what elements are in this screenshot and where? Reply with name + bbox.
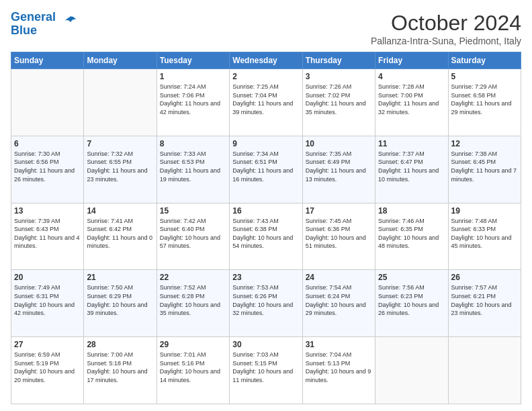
day-detail: Sunrise: 7:33 AMSunset: 6:53 PMDaylight:… — [160, 150, 226, 183]
day-number: 28 — [87, 340, 153, 349]
day-detail: Sunrise: 7:00 AMSunset: 5:18 PMDaylight:… — [87, 351, 153, 384]
table-row: 17Sunrise: 7:45 AMSunset: 6:36 PMDayligh… — [302, 203, 375, 270]
table-row: 2Sunrise: 7:25 AMSunset: 7:04 PMDaylight… — [230, 69, 302, 136]
table-row: 7Sunrise: 7:32 AMSunset: 6:55 PMDaylight… — [84, 136, 157, 203]
calendar-week-2: 6Sunrise: 7:30 AMSunset: 6:56 PMDaylight… — [11, 136, 521, 203]
day-detail: Sunrise: 7:49 AMSunset: 6:31 PMDaylight:… — [14, 283, 81, 317]
day-number: 31 — [306, 340, 372, 349]
col-tuesday: Tuesday — [157, 52, 229, 69]
month-title: October 2024 — [371, 11, 521, 36]
day-number: 1 — [160, 72, 226, 81]
table-row: 30Sunrise: 7:03 AMSunset: 5:15 PMDayligh… — [230, 337, 302, 404]
calendar-page: General Blue October 2024 Pallanza-Intra… — [0, 0, 532, 411]
day-number: 13 — [14, 206, 81, 216]
day-number: 7 — [87, 139, 153, 148]
table-row: 1Sunrise: 7:24 AMSunset: 7:06 PMDaylight… — [157, 69, 229, 136]
day-number: 5 — [451, 72, 518, 81]
day-detail: Sunrise: 7:57 AMSunset: 6:21 PMDaylight:… — [451, 283, 518, 317]
day-number: 9 — [232, 139, 299, 148]
logo: General Blue — [11, 11, 77, 38]
table-row: 28Sunrise: 7:00 AMSunset: 5:18 PMDayligh… — [84, 337, 157, 404]
col-wednesday: Wednesday — [230, 52, 302, 69]
day-number: 2 — [232, 72, 299, 81]
table-row: 9Sunrise: 7:34 AMSunset: 6:51 PMDaylight… — [230, 136, 302, 203]
table-row: 10Sunrise: 7:35 AMSunset: 6:49 PMDayligh… — [302, 136, 375, 203]
logo-text-line1: General — [11, 11, 56, 24]
day-detail: Sunrise: 7:32 AMSunset: 6:55 PMDaylight:… — [87, 150, 153, 183]
day-number: 6 — [14, 139, 81, 148]
day-number: 14 — [87, 206, 153, 216]
table-row — [375, 337, 448, 404]
table-row: 15Sunrise: 7:42 AMSunset: 6:40 PMDayligh… — [157, 203, 229, 270]
table-row: 3Sunrise: 7:26 AMSunset: 7:02 PMDaylight… — [302, 69, 375, 136]
col-monday: Monday — [84, 52, 157, 69]
day-number: 30 — [232, 340, 299, 349]
day-detail: Sunrise: 7:37 AMSunset: 6:47 PMDaylight:… — [378, 150, 445, 183]
day-detail: Sunrise: 7:30 AMSunset: 6:56 PMDaylight:… — [14, 150, 81, 183]
day-detail: Sunrise: 7:25 AMSunset: 7:04 PMDaylight:… — [232, 83, 299, 116]
day-number: 26 — [451, 273, 518, 282]
day-number: 12 — [451, 139, 518, 148]
table-row — [448, 337, 521, 404]
day-detail: Sunrise: 7:52 AMSunset: 6:28 PMDaylight:… — [160, 283, 226, 317]
day-number: 16 — [232, 206, 299, 216]
day-number: 3 — [306, 72, 372, 81]
table-row: 22Sunrise: 7:52 AMSunset: 6:28 PMDayligh… — [157, 270, 229, 337]
day-number: 20 — [14, 273, 81, 282]
day-detail: Sunrise: 7:56 AMSunset: 6:23 PMDaylight:… — [378, 283, 445, 317]
col-sunday: Sunday — [11, 52, 84, 69]
table-row: 23Sunrise: 7:53 AMSunset: 6:26 PMDayligh… — [230, 270, 302, 337]
day-number: 21 — [87, 273, 153, 282]
day-number: 4 — [378, 72, 445, 81]
day-detail: Sunrise: 7:43 AMSunset: 6:38 PMDaylight:… — [232, 217, 299, 250]
calendar-week-1: 1Sunrise: 7:24 AMSunset: 7:06 PMDaylight… — [11, 69, 521, 136]
day-number: 23 — [232, 273, 299, 282]
table-row: 20Sunrise: 7:49 AMSunset: 6:31 PMDayligh… — [11, 270, 84, 337]
day-number: 15 — [160, 206, 226, 216]
day-detail: Sunrise: 7:38 AMSunset: 6:45 PMDaylight:… — [451, 150, 518, 183]
day-detail: Sunrise: 7:48 AMSunset: 6:33 PMDaylight:… — [451, 217, 518, 250]
table-row: 4Sunrise: 7:28 AMSunset: 7:00 PMDaylight… — [375, 69, 448, 136]
table-row: 21Sunrise: 7:50 AMSunset: 6:29 PMDayligh… — [84, 270, 157, 337]
day-detail: Sunrise: 7:01 AMSunset: 5:16 PMDaylight:… — [160, 351, 226, 384]
table-row: 8Sunrise: 7:33 AMSunset: 6:53 PMDaylight… — [157, 136, 229, 203]
calendar-header-row: Sunday Monday Tuesday Wednesday Thursday… — [11, 52, 521, 69]
day-detail: Sunrise: 7:35 AMSunset: 6:49 PMDaylight:… — [306, 150, 372, 183]
table-row: 13Sunrise: 7:39 AMSunset: 6:43 PMDayligh… — [11, 203, 84, 270]
table-row: 24Sunrise: 7:54 AMSunset: 6:24 PMDayligh… — [302, 270, 375, 337]
col-saturday: Saturday — [448, 52, 521, 69]
table-row: 12Sunrise: 7:38 AMSunset: 6:45 PMDayligh… — [448, 136, 521, 203]
day-detail: Sunrise: 7:42 AMSunset: 6:40 PMDaylight:… — [160, 217, 226, 250]
day-number: 18 — [378, 206, 445, 216]
day-detail: Sunrise: 7:41 AMSunset: 6:42 PMDaylight:… — [87, 217, 153, 250]
day-detail: Sunrise: 7:50 AMSunset: 6:29 PMDaylight:… — [87, 283, 153, 317]
day-detail: Sunrise: 7:03 AMSunset: 5:15 PMDaylight:… — [232, 351, 299, 384]
table-row: 26Sunrise: 7:57 AMSunset: 6:21 PMDayligh… — [448, 270, 521, 337]
day-detail: Sunrise: 6:59 AMSunset: 5:19 PMDaylight:… — [14, 351, 81, 384]
day-detail: Sunrise: 7:04 AMSunset: 5:13 PMDaylight:… — [306, 351, 372, 384]
day-detail: Sunrise: 7:28 AMSunset: 7:00 PMDaylight:… — [378, 83, 445, 116]
table-row: 16Sunrise: 7:43 AMSunset: 6:38 PMDayligh… — [230, 203, 302, 270]
location: Pallanza-Intra-Suna, Piedmont, Italy — [371, 36, 521, 46]
day-number: 22 — [160, 273, 226, 282]
logo-text-line2: Blue — [11, 24, 56, 38]
calendar-week-3: 13Sunrise: 7:39 AMSunset: 6:43 PMDayligh… — [11, 203, 521, 270]
table-row: 31Sunrise: 7:04 AMSunset: 5:13 PMDayligh… — [302, 337, 375, 404]
calendar-week-4: 20Sunrise: 7:49 AMSunset: 6:31 PMDayligh… — [11, 270, 521, 337]
calendar-table: Sunday Monday Tuesday Wednesday Thursday… — [11, 52, 521, 404]
day-detail: Sunrise: 7:26 AMSunset: 7:02 PMDaylight:… — [306, 83, 372, 116]
day-detail: Sunrise: 7:34 AMSunset: 6:51 PMDaylight:… — [232, 150, 299, 183]
day-detail: Sunrise: 7:45 AMSunset: 6:36 PMDaylight:… — [306, 217, 372, 250]
table-row: 25Sunrise: 7:56 AMSunset: 6:23 PMDayligh… — [375, 270, 448, 337]
day-number: 27 — [14, 340, 81, 349]
day-number: 11 — [378, 139, 445, 148]
table-row: 27Sunrise: 6:59 AMSunset: 5:19 PMDayligh… — [11, 337, 84, 404]
day-number: 19 — [451, 206, 518, 216]
day-detail: Sunrise: 7:29 AMSunset: 6:58 PMDaylight:… — [451, 83, 518, 116]
day-number: 29 — [160, 340, 226, 349]
table-row: 14Sunrise: 7:41 AMSunset: 6:42 PMDayligh… — [84, 203, 157, 270]
table-row: 11Sunrise: 7:37 AMSunset: 6:47 PMDayligh… — [375, 136, 448, 203]
day-number: 17 — [306, 206, 372, 216]
col-thursday: Thursday — [302, 52, 375, 69]
header: General Blue October 2024 Pallanza-Intra… — [11, 11, 521, 46]
